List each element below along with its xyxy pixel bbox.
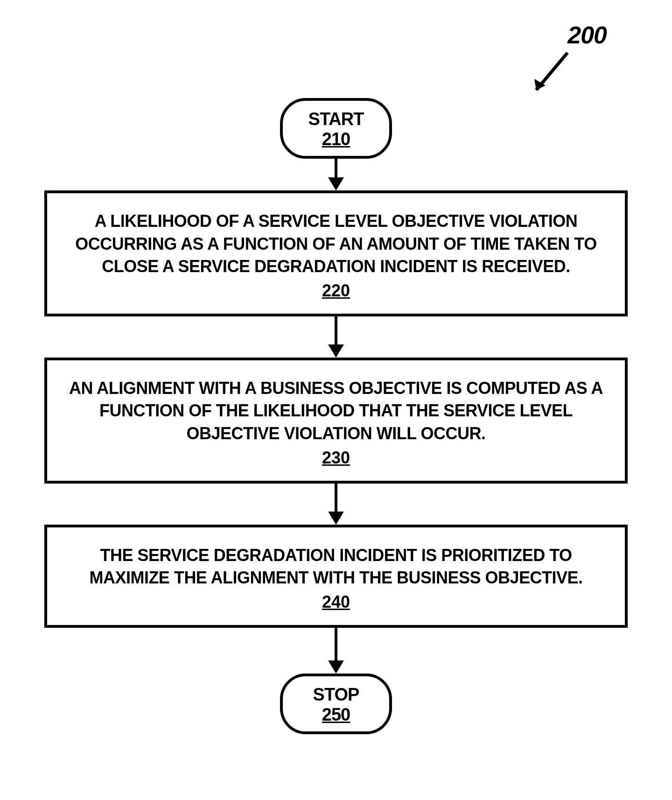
process-ref: 240 [322, 592, 350, 612]
flowchart-container: START 210 A LIKELIHOOD OF A SERVICE LEVE… [44, 98, 628, 734]
start-terminator: START 210 [280, 98, 392, 159]
process-text: THE SERVICE DEGRADATION INCIDENT IS PRIO… [61, 544, 611, 589]
connector-arrow [328, 484, 344, 525]
connector-arrow [328, 628, 344, 674]
process-text: A LIKELIHOOD OF A SERVICE LEVEL OBJECTIV… [61, 210, 611, 278]
process-ref: 230 [322, 448, 350, 468]
process-step-1: A LIKELIHOOD OF A SERVICE LEVEL OBJECTIV… [44, 190, 628, 316]
process-ref: 220 [322, 281, 350, 301]
stop-terminator: STOP 250 [280, 674, 392, 734]
diagram-reference-tag: 200 [567, 21, 607, 49]
process-text: AN ALIGNMENT WITH A BUSINESS OBJECTIVE I… [61, 377, 611, 445]
stop-label: STOP [306, 685, 366, 705]
reference-arrow-icon [523, 48, 579, 104]
process-step-3: THE SERVICE DEGRADATION INCIDENT IS PRIO… [44, 525, 628, 628]
stop-ref: 250 [306, 705, 366, 725]
reference-number: 200 [567, 21, 607, 49]
connector-arrow [328, 316, 344, 358]
start-label: START [306, 109, 366, 129]
start-ref: 210 [306, 129, 366, 149]
process-step-2: AN ALIGNMENT WITH A BUSINESS OBJECTIVE I… [44, 358, 628, 484]
connector-arrow [328, 159, 344, 190]
